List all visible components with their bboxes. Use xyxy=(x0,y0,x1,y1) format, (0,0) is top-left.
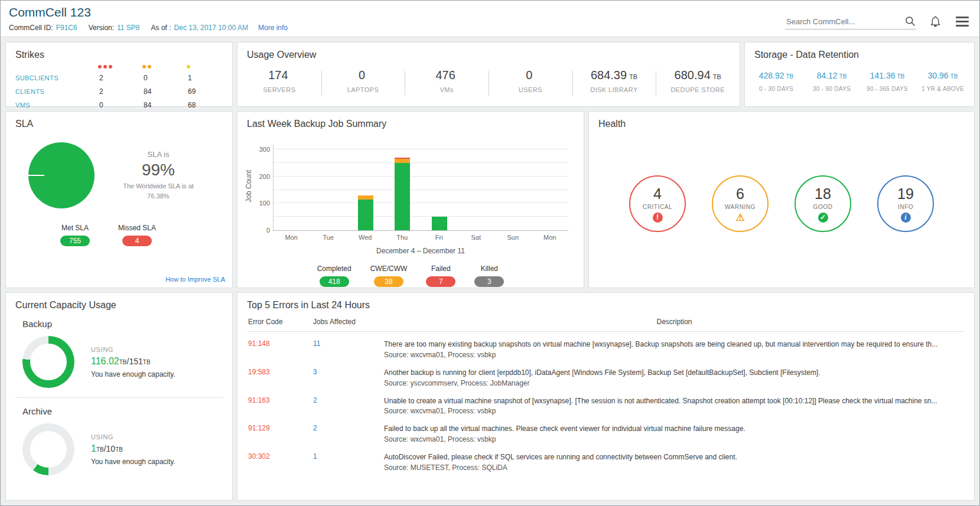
error-description: Failed to back up all the virtual machin… xyxy=(384,424,965,434)
jobs-affected-link[interactable]: 3 xyxy=(313,368,384,389)
laptops-label: LAPTOPS xyxy=(321,86,405,93)
strikes-row-clients[interactable]: CLIENTS xyxy=(15,88,97,95)
y-axis-label: Job Count xyxy=(245,170,253,203)
critical-icon: ! xyxy=(653,213,663,223)
error-source: Source: wxcvma01, Process: vsbkp xyxy=(384,406,965,416)
stat-dedupe-store[interactable]: 680.94TB DEDUPE STORE xyxy=(656,68,740,93)
archive-capacity-section: Archive USING 1TB/10TB You have enough c… xyxy=(6,398,232,475)
jobs-affected-link[interactable]: 2 xyxy=(313,424,384,445)
two-strikes-dots-icon xyxy=(141,65,185,68)
search-icon[interactable] xyxy=(904,15,916,27)
stat-retention-30-90[interactable]: 84.12TB 30 - 90 DAYS xyxy=(804,71,859,92)
more-info-link[interactable]: More info xyxy=(258,24,288,32)
stat-vms[interactable]: 476 VMs xyxy=(405,68,489,93)
warning-count: 6 xyxy=(736,185,744,203)
servers-label: SERVERS xyxy=(237,86,321,93)
cwe-cww-legend: CWE/CWW 38 xyxy=(370,265,408,287)
backup-summary-title: Last Week Backup Job Summary xyxy=(237,112,584,129)
good-count: 18 xyxy=(815,185,831,203)
error-code-link[interactable]: 91:163 xyxy=(247,396,313,417)
missed-sla-legend: Missed SLA 4 xyxy=(118,224,156,246)
health-critical[interactable]: 4 CRITICAL ! xyxy=(629,175,686,232)
usage-overview-panel: Usage Overview 174 SERVERS 0 LAPTOPS 476… xyxy=(237,42,740,107)
error-description: Unable to create a virtual machine snaps… xyxy=(384,396,965,406)
backup-summary-panel: Last Week Backup Job Summary Job Count 0… xyxy=(237,111,584,288)
error-code-link[interactable]: 30:302 xyxy=(247,452,313,473)
critical-count: 4 xyxy=(653,185,662,203)
good-check-icon: ✓ xyxy=(818,213,828,223)
description-header: Description xyxy=(384,318,965,326)
stat-retention-0-30[interactable]: 428.92TB 0 - 30 DAYS xyxy=(748,71,804,92)
vms-count: 476 xyxy=(435,68,455,81)
error-description: There are too many existing backup snaps… xyxy=(384,339,965,350)
errors-table: Error Code Jobs Affected Description 91:… xyxy=(247,318,965,473)
jobs-affected-link[interactable]: 11 xyxy=(313,339,384,360)
strike-value: 0 xyxy=(141,74,185,82)
missed-sla-label: Missed SLA xyxy=(118,224,156,232)
stat-disk-library[interactable]: 684.39TB DISK LIBRARY xyxy=(572,68,656,93)
strikes-row-vms[interactable]: VMS xyxy=(15,102,97,109)
error-code-link[interactable]: 19:583 xyxy=(247,368,313,389)
health-warning[interactable]: 6 WARNING ⚠ xyxy=(712,175,769,232)
met-sla-badge: 755 xyxy=(60,236,90,246)
killed-badge: 3 xyxy=(474,276,504,287)
search-box[interactable] xyxy=(785,14,916,30)
improve-sla-link[interactable]: How to Improve SLA xyxy=(165,276,225,283)
error-source: Source: wxcvma01, Process: vsbkp xyxy=(384,350,965,360)
sla-percent-value: 99% xyxy=(111,161,206,179)
backup-section-label: Backup xyxy=(22,319,223,329)
sla-pie-chart xyxy=(28,142,95,208)
jobs-affected-link[interactable]: 2 xyxy=(313,396,384,417)
strikes-table: SUBCLIENTS 2 0 1 CLIENTS 2 84 69 VMS 0 8… xyxy=(15,65,232,109)
header-right xyxy=(785,5,970,37)
error-description: Another backup is running for client [er… xyxy=(384,368,965,378)
one-strike-dots-icon xyxy=(185,65,230,68)
strikes-title: Strikes xyxy=(6,43,232,60)
version-label: Version: xyxy=(89,24,114,32)
health-panel: Health 4 CRITICAL ! 6 WARNING ⚠ 18 GOOD xyxy=(588,111,975,288)
stat-retention-1yr-above[interactable]: 30.96TB 1 YR & ABOVE xyxy=(915,71,971,92)
error-source: Source: yscvcommserv, Process: JobManage… xyxy=(384,378,965,389)
strike-value: 0 xyxy=(97,101,141,109)
health-title: Health xyxy=(589,112,974,129)
disk-library-label: DISK LIBRARY xyxy=(572,86,656,93)
error-code-link[interactable]: 91:148 xyxy=(247,339,313,360)
archive-capacity-note: You have enough capacity. xyxy=(91,458,175,466)
stat-retention-90-365[interactable]: 141.36TB 90 - 365 DAYS xyxy=(859,71,915,92)
strike-value: 2 xyxy=(97,74,141,82)
servers-count: 174 xyxy=(268,68,288,81)
health-info[interactable]: 19 INFO i xyxy=(877,175,934,232)
sla-worldwide-note: The Worldwide SLA is at 76.38% xyxy=(111,181,206,201)
stat-users[interactable]: 0 USERS xyxy=(489,68,572,93)
stat-servers[interactable]: 174 SERVERS xyxy=(237,68,321,93)
x-axis-title: December 4 – December 11 xyxy=(273,247,568,255)
commcell-id-label: CommCell ID: xyxy=(9,24,53,32)
info-icon: i xyxy=(901,213,911,223)
strike-value: 68 xyxy=(185,101,230,109)
users-label: USERS xyxy=(489,86,572,93)
strikes-row-subclients[interactable]: SUBCLIENTS xyxy=(15,74,97,81)
notifications-bell-icon[interactable] xyxy=(929,15,942,28)
backup-capacity-section: Backup USING 116.02TB/151TB You have eno… xyxy=(6,311,232,388)
backup-capacity-gauge xyxy=(22,336,74,388)
archive-capacity-value: 1TB/10TB xyxy=(91,443,175,454)
dedupe-store-size: 680.94 xyxy=(675,68,711,81)
version-value: 11 SP8 xyxy=(117,24,139,32)
error-code-link[interactable]: 91:129 xyxy=(247,424,313,445)
commcell-meta: CommCell ID: F91C6 Version: 11 SP8 As of… xyxy=(9,24,288,32)
commcell-dashboard: CommCell 123 CommCell ID: F91C6 Version:… xyxy=(1,1,979,505)
archive-capacity-gauge xyxy=(22,423,74,475)
archive-using-label: USING xyxy=(91,433,175,440)
header-left: CommCell 123 CommCell ID: F91C6 Version:… xyxy=(9,5,288,37)
strike-value: 69 xyxy=(185,87,230,96)
search-input[interactable] xyxy=(785,14,904,29)
menu-icon[interactable] xyxy=(955,15,970,28)
stat-laptops[interactable]: 0 LAPTOPS xyxy=(321,68,405,93)
capacity-title: Current Capacity Usage xyxy=(6,293,232,311)
laptops-count: 0 xyxy=(359,68,365,81)
jobs-affected-link[interactable]: 1 xyxy=(313,452,384,473)
completed-legend: Completed 418 xyxy=(317,265,351,287)
health-good[interactable]: 18 GOOD ✓ xyxy=(795,175,851,232)
header: CommCell 123 CommCell ID: F91C6 Version:… xyxy=(1,1,979,37)
failed-badge: 7 xyxy=(426,276,455,287)
